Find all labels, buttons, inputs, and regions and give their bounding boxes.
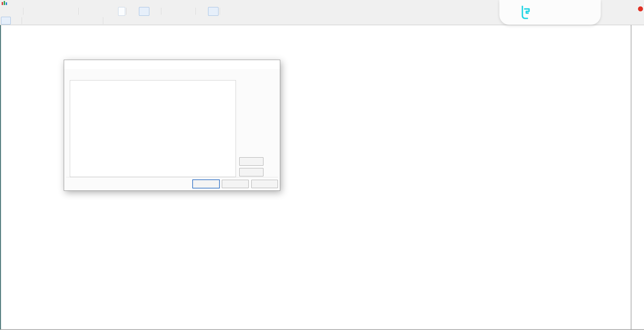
cursor-tool[interactable] bbox=[1, 17, 11, 24]
auto-scroll-button[interactable] bbox=[198, 7, 208, 16]
autotrading-button[interactable] bbox=[118, 7, 125, 16]
trendline-tool[interactable] bbox=[43, 17, 53, 24]
tradingfinder-logo-icon bbox=[518, 5, 532, 20]
dialog-titlebar[interactable] bbox=[64, 60, 280, 69]
zoom-in-button[interactable] bbox=[163, 7, 174, 16]
separator bbox=[79, 8, 79, 15]
notification-badge bbox=[638, 6, 643, 12]
indicators-button[interactable] bbox=[222, 7, 232, 16]
data-window-button[interactable] bbox=[36, 7, 46, 16]
experts-button[interactable] bbox=[97, 7, 108, 16]
symbol-ohlc-bar[interactable] bbox=[2, 26, 6, 31]
ok-button[interactable] bbox=[192, 179, 220, 188]
separator bbox=[220, 8, 220, 15]
templates-button[interactable] bbox=[243, 7, 253, 16]
dialog-separator bbox=[66, 177, 278, 178]
indicator-dialog bbox=[64, 60, 280, 191]
equidistant-channel-tool[interactable] bbox=[53, 17, 63, 24]
sounds-button[interactable] bbox=[108, 7, 118, 16]
shapes-tool[interactable] bbox=[92, 17, 102, 24]
new-order-button[interactable] bbox=[81, 7, 87, 15]
navigator-button[interactable] bbox=[46, 7, 56, 16]
periods-button[interactable] bbox=[232, 7, 243, 16]
app-icon bbox=[2, 1, 8, 6]
separator bbox=[103, 17, 104, 24]
tile-windows-button[interactable] bbox=[184, 7, 194, 16]
separator bbox=[196, 8, 196, 15]
fibonacci-tool[interactable] bbox=[63, 17, 72, 24]
strategy-tester-button[interactable] bbox=[67, 7, 77, 16]
line-chart-button[interactable] bbox=[149, 7, 160, 16]
window-left-edge bbox=[0, 25, 1, 330]
time-axis[interactable] bbox=[0, 329, 644, 334]
vertical-line-tool[interactable] bbox=[24, 17, 34, 24]
bar-chart-button[interactable] bbox=[129, 7, 139, 16]
tradingfinder-banner bbox=[499, 0, 601, 25]
save-button[interactable] bbox=[239, 168, 263, 176]
label-tool[interactable] bbox=[82, 17, 92, 24]
separator bbox=[127, 8, 127, 15]
crosshair-tool[interactable] bbox=[11, 17, 20, 24]
load-button[interactable] bbox=[239, 157, 263, 166]
new-chart-button[interactable] bbox=[1, 7, 11, 16]
cancel-button[interactable] bbox=[222, 180, 249, 188]
zoom-out-button[interactable] bbox=[174, 7, 184, 16]
alerts-button[interactable] bbox=[87, 7, 97, 16]
separator bbox=[23, 8, 24, 15]
market-watch-button[interactable] bbox=[25, 7, 36, 16]
candlestick-chart-button[interactable] bbox=[139, 7, 149, 16]
reset-button[interactable] bbox=[251, 180, 278, 188]
horizontal-line-tool[interactable] bbox=[34, 17, 43, 24]
text-tool[interactable] bbox=[72, 17, 82, 24]
inputs-table bbox=[70, 80, 236, 177]
chart-shift-button[interactable] bbox=[208, 7, 218, 16]
mt4-window bbox=[0, 0, 644, 334]
separator bbox=[22, 17, 22, 24]
terminal-button[interactable] bbox=[56, 7, 67, 16]
price-axis[interactable] bbox=[631, 25, 644, 330]
profiles-button[interactable] bbox=[11, 7, 22, 16]
separator bbox=[161, 8, 162, 15]
